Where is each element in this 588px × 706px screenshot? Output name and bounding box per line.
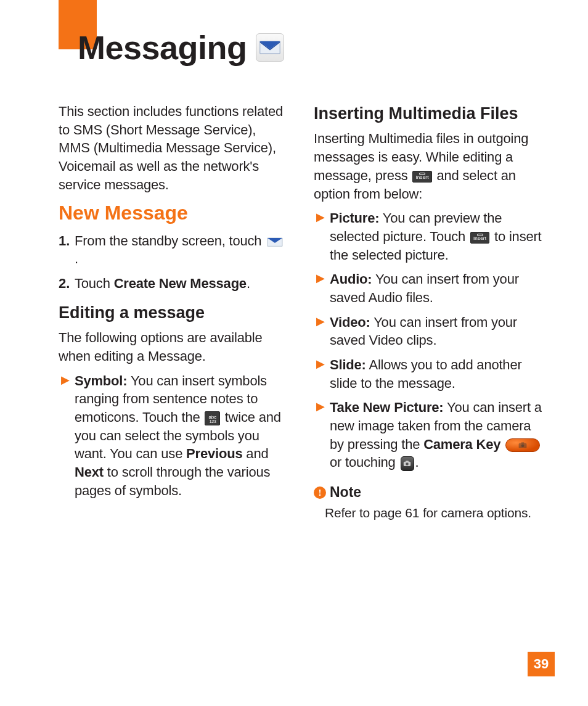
mail-icon: [256, 33, 284, 62]
bullet-label: Symbol:: [75, 373, 127, 388]
svg-rect-6: [521, 442, 525, 443]
bullet-text: or touching: [330, 454, 399, 470]
intro-text: This section includes functions related …: [59, 102, 287, 194]
note-label: Note: [330, 483, 361, 502]
section-heading-new-message: New Message: [59, 200, 287, 226]
bullet-bold: Camera Key: [423, 437, 500, 452]
step-2: 2. Touch Create New Message.: [59, 274, 287, 293]
insert-key-icon: [412, 170, 431, 183]
step-text-end: .: [75, 251, 78, 266]
step-1: 1. From the standby screen, touch .: [59, 232, 287, 268]
svg-point-10: [406, 462, 409, 466]
triangle-icon: ▶: [316, 313, 325, 329]
bullet-label: Video:: [330, 314, 370, 330]
svg-rect-9: [406, 461, 409, 462]
note-body: Refer to page 61 for camera options.: [314, 504, 542, 522]
bullet-slide: ▶ Slide: Allows you to add another slide…: [314, 356, 542, 392]
step-text: From the standby screen, touch: [75, 233, 265, 248]
triangle-icon: ▶: [316, 270, 325, 286]
page-title: Messaging: [78, 28, 247, 67]
bullet-audio: ▶ Audio: You can insert from your saved …: [314, 270, 542, 306]
page-number-badge: 39: [528, 652, 555, 676]
right-column: Inserting Multimedia Files Inserting Mul…: [314, 102, 542, 522]
abc123-key-icon: [205, 411, 219, 425]
step-text-end: .: [247, 276, 250, 291]
left-column: This section includes functions related …: [59, 102, 287, 522]
bullet-video: ▶ Video: You can insert from your saved …: [314, 313, 542, 350]
camera-touch-icon: [401, 456, 414, 471]
bullet-text: .: [415, 454, 419, 470]
svg-point-7: [521, 444, 525, 447]
multimedia-intro: Inserting Multimedia files in outgoing m…: [314, 129, 542, 203]
bullet-text: to scroll through the various pages of s…: [75, 464, 270, 498]
subheading-editing: Editing a message: [59, 302, 287, 324]
triangle-icon: ▶: [61, 372, 70, 388]
note-heading: ! Note: [314, 483, 542, 502]
bullet-bold: Next: [75, 464, 104, 480]
step-number: 2.: [59, 274, 71, 293]
step-bold: Create New Message: [114, 276, 247, 291]
bullet-label: Picture:: [330, 210, 379, 226]
triangle-icon: ▶: [316, 209, 325, 225]
step-number: 1.: [59, 232, 71, 250]
subheading-multimedia: Inserting Multimedia Files: [314, 102, 542, 125]
editing-intro: The following options are available when…: [59, 329, 287, 365]
bullet-take-new-picture: ▶ Take New Picture: You can insert a new…: [314, 398, 542, 472]
bullet-text: and: [242, 446, 268, 461]
alert-icon: !: [314, 486, 326, 499]
bullet-label: Slide:: [330, 357, 366, 372]
camera-key-icon: [505, 438, 540, 452]
step-text: Touch: [75, 276, 114, 291]
bullet-label: Audio:: [330, 271, 372, 287]
bullet-label: Take New Picture:: [330, 400, 443, 415]
bullet-symbol: ▶ Symbol: You can insert symbols ranging…: [59, 372, 287, 500]
bullet-picture: ▶ Picture: You can preview the selected …: [314, 209, 542, 264]
mail-icon: [266, 235, 284, 248]
bullet-bold: Previous: [186, 446, 242, 461]
insert-key-icon: [470, 231, 489, 244]
triangle-icon: ▶: [316, 356, 325, 372]
triangle-icon: ▶: [316, 398, 325, 414]
page-header: Messaging: [78, 28, 284, 67]
